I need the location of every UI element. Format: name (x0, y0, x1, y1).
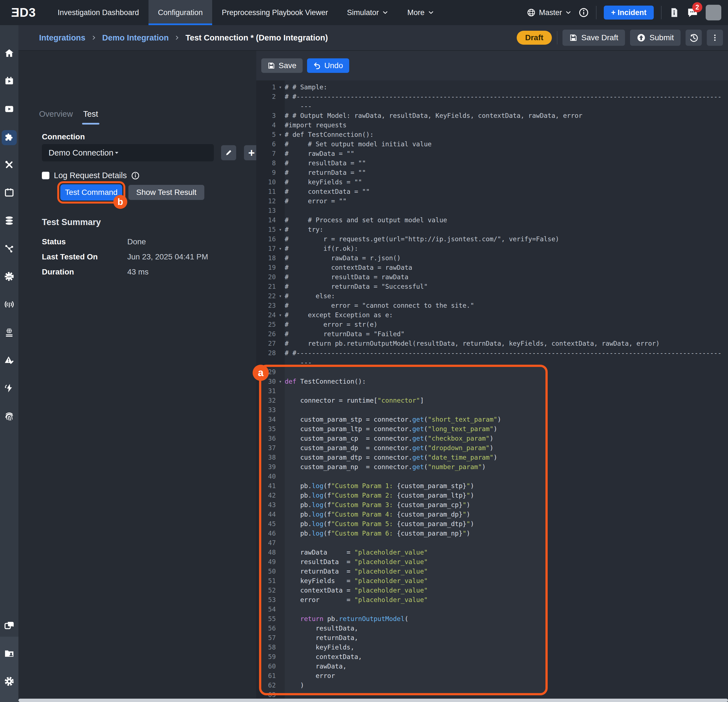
sidebar-item-settings-gear[interactable] (3, 674, 16, 688)
fold-caret-icon[interactable]: ▾ (276, 84, 285, 90)
sidebar-item-api-gear[interactable]: API (3, 270, 16, 283)
code-text: # # Process and set output model value (285, 216, 447, 224)
fold-caret-icon[interactable]: ▾ (276, 312, 285, 318)
code-line: 48 rawData = "placeholder_value" (256, 547, 728, 557)
chat-button[interactable]: 2 (687, 7, 698, 19)
test-command-button[interactable]: Test Command (60, 184, 122, 200)
code-text: # rawData = "" (285, 150, 354, 157)
line-number: 63 (256, 691, 276, 698)
code-editor[interactable]: 1▾# # Sample:2# #-----------------------… (256, 80, 728, 699)
fold-caret-icon[interactable]: ▾ (276, 132, 285, 138)
line-number: 31 (256, 387, 276, 395)
chevron-down-icon (565, 10, 571, 16)
submit-button[interactable]: Submit (630, 30, 680, 46)
active-tab-underline (82, 123, 100, 124)
info-icon[interactable] (579, 7, 589, 17)
top-navbar: ƎD3 Investigation DashboardConfiguration… (0, 0, 728, 25)
sidebar-item-antenna[interactable] (3, 298, 16, 311)
show-test-result-button[interactable]: Show Test Result (129, 185, 204, 200)
breadcrumb-actions: Draft Save Draft Submit (517, 30, 728, 46)
line-number: 20 (256, 274, 276, 281)
sidebar-item-integrations-puzzle[interactable] (2, 130, 17, 145)
sidebar-item-automation-bolt[interactable] (3, 381, 16, 395)
avatar[interactable] (706, 5, 721, 20)
code-text: # try: (285, 226, 323, 233)
video-player-icon (4, 104, 14, 114)
new-incident-button[interactable]: + Incident (604, 6, 654, 20)
edit-connection-button[interactable] (221, 145, 236, 160)
version-history-button[interactable] (686, 30, 702, 46)
code-line: 19# contextData = rawData (256, 263, 728, 272)
log-request-row: Log Request Details (42, 171, 140, 180)
nav-item-investigation-dashboard[interactable]: Investigation Dashboard (48, 0, 149, 25)
sidebar-item-shared-folder[interactable] (3, 647, 16, 660)
sidebar-item-video-player[interactable] (3, 102, 16, 116)
log-request-checkbox[interactable] (42, 172, 49, 179)
sidebar-item-fingerprint[interactable] (3, 410, 16, 423)
line-number: 57 (256, 634, 276, 641)
tab-overview[interactable]: Overview (39, 110, 73, 119)
code-text: rawData = "placeholder_value" (285, 549, 428, 556)
document-info-icon[interactable] (669, 7, 679, 18)
submit-up-icon (637, 33, 646, 42)
code-line: --- (256, 101, 728, 111)
code-line: 54 (256, 605, 728, 614)
fold-caret-icon[interactable]: ▾ (276, 293, 285, 299)
sidebar-item-web-globe[interactable] (3, 326, 16, 339)
tab-test[interactable]: Test (83, 110, 98, 119)
nav-item-configuration[interactable]: Configuration (149, 0, 212, 25)
line-number: 13 (256, 207, 276, 214)
sidebar-item-playbook-calendar[interactable] (3, 74, 16, 88)
code-text: # resultData = rawData (285, 274, 408, 281)
connection-select[interactable]: Demo Connection (42, 144, 214, 161)
fold-caret-icon[interactable]: ▾ (276, 246, 285, 251)
code-line: 30▾def TestConnection(): (256, 377, 728, 386)
code-text: custom_param_np = connector.get("number_… (285, 463, 486, 470)
api-gear-icon: API (4, 271, 14, 281)
breadcrumb-link[interactable]: Demo Integration (102, 33, 169, 42)
floppy-icon (569, 33, 578, 42)
code-text: pb.log(f"Custom Param 6: {custom_param_n… (285, 530, 470, 537)
fold-caret-icon[interactable]: ▾ (276, 379, 285, 384)
sidebar-item-home[interactable] (3, 46, 16, 60)
nav-items: Investigation DashboardConfigurationPrep… (48, 0, 443, 25)
chevron-down-icon (382, 10, 388, 16)
line-number: 8 (256, 159, 276, 167)
annotation-marker-a: a (253, 365, 269, 381)
code-line: 27# return pb.returnOutputModel(resultDa… (256, 339, 728, 348)
code-text: return pb.returnOutputModel( (285, 615, 408, 622)
fold-caret-icon[interactable]: ▾ (276, 227, 285, 232)
code-text: # keyFields = "" (285, 178, 362, 186)
nav-item-simulator[interactable]: Simulator (338, 0, 398, 25)
save-draft-button[interactable]: Save Draft (562, 30, 625, 46)
sidebar-item-alert-edit[interactable] (3, 353, 16, 367)
line-number: 6 (256, 140, 276, 148)
sidebar-item-board[interactable] (3, 186, 16, 199)
chevron-right-icon (174, 35, 180, 41)
connection-value: Demo Connection (49, 148, 113, 158)
globe-icon (527, 8, 536, 17)
nav-item-more[interactable]: More (398, 0, 443, 25)
more-options-button[interactable] (707, 30, 723, 46)
code-text: # else: (285, 292, 335, 300)
code-text: custom_param_ltp = connector.get("long_t… (285, 425, 497, 433)
code-text: contextData, (285, 653, 362, 660)
horizontal-scrollbar[interactable] (19, 699, 728, 702)
info-icon[interactable] (131, 171, 140, 180)
sidebar-item-utility-tools[interactable] (3, 158, 16, 171)
line-number: 44 (256, 511, 276, 518)
code-text: #import requests (285, 122, 347, 129)
code-text: custom_param_dp = connector.get("dropdow… (285, 444, 494, 452)
breadcrumb-link[interactable]: Integrations (39, 33, 85, 42)
sidebar-item-database[interactable] (3, 214, 16, 227)
editor-save-button[interactable]: Save (261, 58, 303, 73)
status-badge: Draft (517, 31, 552, 45)
sidebar-item-network-nodes[interactable] (3, 242, 16, 255)
code-line: 23# error = "cannot connect to the site.… (256, 301, 728, 310)
environment-selector[interactable]: Master (527, 8, 572, 17)
nav-item-preprocessing-playbook-viewer[interactable]: Preprocessing Playbook Viewer (212, 0, 338, 25)
line-number: 51 (256, 577, 276, 585)
code-text: # returnData = "" (285, 169, 366, 176)
sidebar-item-copy-windows[interactable] (3, 619, 16, 632)
editor-undo-button[interactable]: Undo (307, 58, 349, 73)
